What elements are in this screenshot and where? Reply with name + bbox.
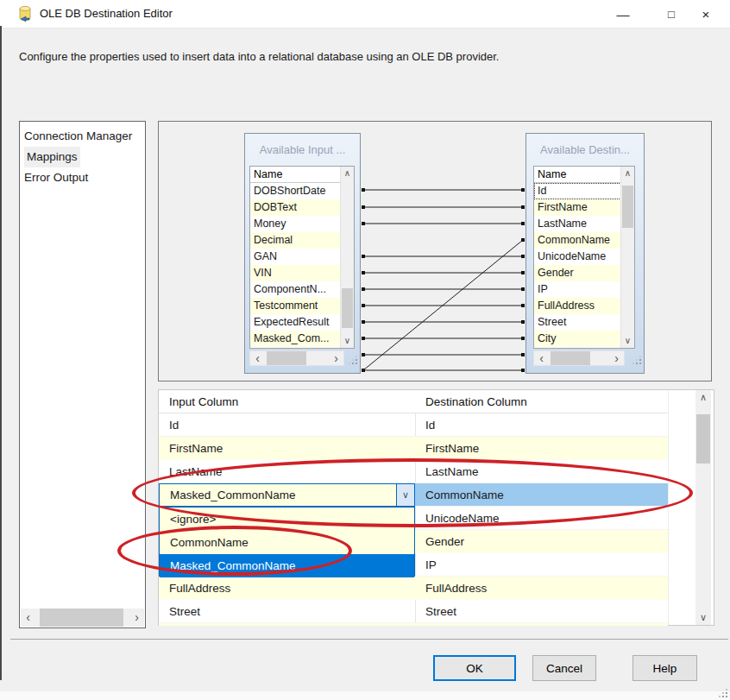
window-bottom-edge	[0, 691, 730, 700]
scroll-left-icon[interactable]: ‹	[250, 350, 265, 368]
grid-cell-input[interactable]: FirstName	[159, 437, 415, 460]
list-item[interactable]: IP	[534, 281, 621, 298]
grid-cell-destination[interactable]: IP	[415, 553, 668, 577]
scroll-thumb[interactable]	[267, 351, 306, 365]
pages-list-panel: Connection Manager Mappings Error Output…	[19, 121, 146, 628]
grid-cell-destination[interactable]: Street	[415, 600, 668, 623]
list-item[interactable]: Street	[534, 314, 621, 331]
grid-cell-input[interactable]: FullAddress	[159, 577, 415, 600]
minimize-button[interactable]: —	[604, 0, 642, 28]
grid-header-destination-column: Destination Column	[415, 390, 668, 413]
scroll-thumb[interactable]	[342, 288, 353, 328]
list-item[interactable]: ComponentN...	[250, 281, 341, 298]
list-item[interactable]: Testcomment	[250, 298, 341, 314]
dropdown-item-masked-commonname-selected[interactable]: Masked_CommonName	[160, 554, 414, 577]
list-item[interactable]: Id	[534, 183, 621, 199]
input-columns-list: Name DOBShortDate DOBText Money Decimal …	[249, 166, 355, 349]
grid-cell-destination[interactable]: LastName	[415, 460, 668, 483]
window-title: OLE DB Destination Editor	[40, 7, 173, 20]
scroll-up-icon[interactable]: ∧	[341, 167, 354, 180]
list-item[interactable]: LastName	[534, 216, 621, 232]
destination-columns-list: Name Id FirstName LastName CommonName Un…	[533, 166, 635, 349]
nav-item-error-output[interactable]: Error Output	[20, 167, 145, 188]
help-button[interactable]: Help	[632, 655, 697, 681]
list-item[interactable]: DOBText	[250, 199, 341, 216]
grid-cell-destination-selected[interactable]: CommonName	[415, 483, 668, 507]
dialog-description: Configure the properties used to insert …	[19, 50, 499, 63]
database-destination-icon	[17, 5, 33, 22]
scroll-up-icon[interactable]: ∧	[621, 167, 634, 180]
available-input-columns-box: Available Input ... Name DOBShortDate DO…	[244, 133, 361, 374]
scroll-thumb[interactable]	[622, 186, 633, 228]
grid-partial-row	[159, 623, 668, 626]
scroll-up-icon[interactable]: ∧	[695, 390, 711, 405]
list-item[interactable]: Money	[250, 216, 341, 232]
scroll-thumb[interactable]	[551, 351, 590, 365]
listbox-title: Available Input ...	[245, 143, 360, 156]
vertical-scrollbar[interactable]: ∧ ∨	[620, 167, 634, 348]
list-item[interactable]: CommonName	[534, 232, 621, 249]
grid-cell-destination[interactable]: Id	[415, 413, 668, 437]
resize-grip-icon[interactable]	[349, 356, 357, 364]
scroll-left-icon[interactable]: ‹	[21, 609, 35, 627]
title-bar: OLE DB Destination Editor — □ ×	[0, 0, 730, 28]
combobox-dropdown-list: <ignore> CommonName Masked_CommonName	[159, 507, 415, 577]
grid-vertical-scrollbar[interactable]: ∧ ∨	[695, 390, 711, 625]
list-header: Name	[534, 167, 634, 183]
list-header: Name	[250, 167, 354, 183]
grid-cell-input[interactable]: LastName	[159, 460, 415, 483]
ole-db-destination-editor-dialog: OLE DB Destination Editor — □ × Configur…	[0, 0, 730, 700]
scroll-down-icon[interactable]: ∨	[695, 610, 711, 625]
mapping-canvas: Available Input ... Name DOBShortDate DO…	[158, 121, 712, 382]
grid-cell-destination[interactable]: FirstName	[415, 437, 668, 460]
scroll-left-icon[interactable]: ‹	[534, 350, 549, 368]
footer-divider	[10, 639, 728, 640]
scroll-right-icon[interactable]: ›	[129, 609, 144, 627]
list-item[interactable]: GAN	[250, 249, 341, 265]
list-item[interactable]: ExpectedResult	[250, 314, 341, 331]
horizontal-scrollbar[interactable]: ‹ ›	[533, 350, 625, 366]
list-item[interactable]: Masked_Com...	[250, 331, 341, 347]
scroll-right-icon[interactable]: ›	[609, 350, 624, 368]
list-item[interactable]: Gender	[534, 265, 621, 281]
grid-cell-destination[interactable]: FullAddress	[415, 577, 668, 600]
list-item[interactable]: FirstName	[534, 199, 621, 216]
input-column-combobox[interactable]: Masked_CommonName ∨	[159, 483, 415, 507]
grid-cell-destination[interactable]: UnicodeName	[415, 507, 668, 530]
list-item[interactable]: UnicodeName	[534, 249, 621, 265]
dropdown-item-commonname[interactable]: CommonName	[160, 531, 414, 554]
combobox-dropdown-button[interactable]: ∨	[396, 484, 414, 506]
horizontal-scrollbar[interactable]: ‹ ›	[249, 350, 344, 366]
grid-cell-input[interactable]: Id	[159, 413, 415, 437]
combobox-value: Masked_CommonName	[170, 484, 296, 506]
dropdown-item-ignore[interactable]: <ignore>	[160, 508, 414, 531]
list-item[interactable]: City	[534, 331, 621, 347]
mappings-grid: Input Column Destination Column Id Id Fi…	[158, 389, 714, 626]
nav-scroll-track[interactable]	[35, 609, 129, 627]
grid-cell-input[interactable]: Street	[159, 600, 415, 623]
scroll-right-icon[interactable]: ›	[329, 350, 343, 368]
available-destination-columns-box: Available Destin... Name Id FirstName La…	[525, 133, 645, 374]
column-divider	[668, 390, 669, 625]
maximize-button[interactable]: □	[652, 0, 690, 28]
window-resize-grip-icon[interactable]	[717, 687, 727, 697]
chevron-down-icon: ∨	[402, 489, 409, 501]
listbox-title: Available Destin...	[526, 143, 644, 156]
list-item[interactable]: Decimal	[250, 232, 341, 249]
resize-grip-icon[interactable]	[632, 356, 641, 364]
list-item[interactable]: DOBShortDate	[250, 183, 341, 199]
list-item[interactable]: FullAddress	[534, 298, 621, 314]
scroll-down-icon[interactable]: ∨	[341, 334, 354, 348]
scroll-down-icon[interactable]: ∨	[621, 334, 634, 348]
close-button[interactable]: ×	[687, 0, 725, 28]
nav-item-connection-manager[interactable]: Connection Manager	[20, 126, 145, 147]
grid-cell-destination[interactable]: Gender	[415, 530, 668, 553]
nav-scroll-thumb[interactable]	[40, 609, 123, 627]
list-item[interactable]: VIN	[250, 265, 341, 281]
vertical-scrollbar[interactable]: ∧ ∨	[340, 167, 354, 348]
ok-button[interactable]: OK	[433, 655, 516, 681]
cancel-button[interactable]: Cancel	[532, 655, 596, 681]
scroll-thumb[interactable]	[696, 414, 710, 464]
nav-horizontal-scrollbar[interactable]: ‹ ›	[21, 609, 144, 627]
nav-item-mappings[interactable]: Mappings	[20, 147, 145, 167]
